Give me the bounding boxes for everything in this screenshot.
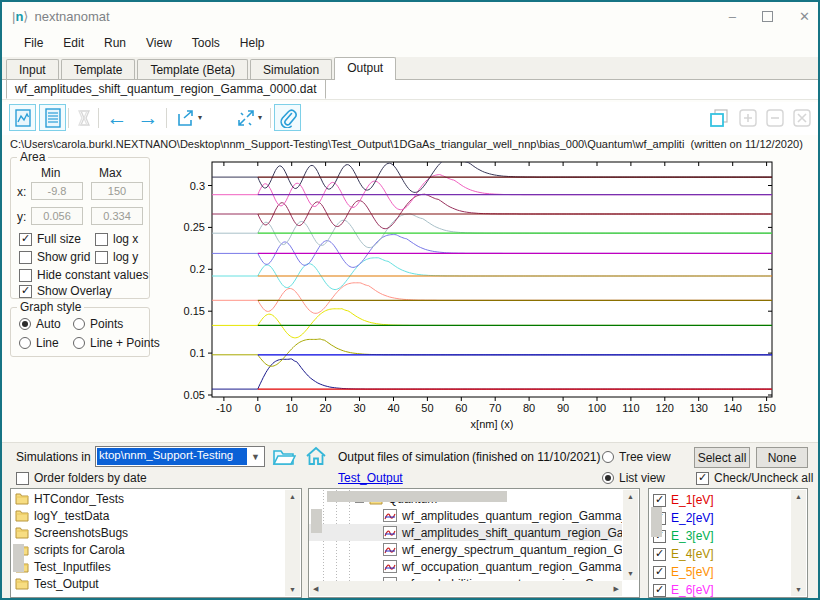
checkbox-icon	[653, 494, 666, 507]
fit-zoom-icon	[236, 108, 256, 128]
forward-button[interactable]: →	[133, 104, 163, 131]
data-file-icon	[383, 526, 397, 539]
simulations-folder-combo[interactable]: ktop\nnm_Support-Testing ▼	[95, 446, 265, 467]
energy-curve-item[interactable]: E_6[eV]	[649, 581, 790, 598]
menu-edit[interactable]: Edit	[53, 33, 94, 53]
table-view-icon	[44, 108, 62, 128]
select-all-button[interactable]: Select all	[694, 447, 750, 468]
attach-button[interactable]	[274, 104, 301, 131]
scrollbar-thumb[interactable]	[327, 491, 507, 502]
breadcrumb-test-output-link[interactable]: Test_Output	[338, 471, 403, 485]
overlay-button	[71, 104, 98, 131]
scrollbar-thumb[interactable]	[13, 544, 24, 572]
folder-item[interactable]: HTCondor_Tests	[11, 490, 284, 507]
tree-view-radio[interactable]: Tree view	[602, 450, 671, 464]
show-overlay-checkbox[interactable]: Show Overlay	[19, 284, 112, 298]
folder-list-scrollbar[interactable]: ▲▼	[285, 490, 300, 596]
energy-curve-item[interactable]: E_3[eV]	[649, 527, 790, 545]
file-name: wf_amplitudes_shift_quantum_region_Gamma…	[402, 526, 622, 540]
checkbox-icon	[653, 548, 666, 561]
energy-curve-item[interactable]: E_2[eV]	[649, 509, 790, 527]
overlay-icon	[75, 108, 95, 128]
toolbar: ← → ▾ ▾	[2, 102, 818, 135]
folder-item[interactable]: logY_testData	[11, 507, 284, 524]
style-points-radio[interactable]: Points	[73, 317, 123, 331]
browse-folder-button[interactable]	[272, 446, 296, 470]
style-auto-radio[interactable]: Auto	[19, 317, 61, 331]
menu-view[interactable]: View	[136, 33, 182, 53]
menu-help[interactable]: Help	[230, 33, 275, 53]
svg-text:0.2: 0.2	[190, 263, 205, 275]
tree-file-item[interactable]: wf_amplitudes_shift_quantum_region_Gamma…	[309, 524, 622, 541]
new-window-icon	[709, 108, 729, 128]
style-line-radio[interactable]: Line	[19, 336, 59, 350]
scroll-up-icon: ▲	[792, 490, 805, 503]
energy-curve-item[interactable]: E_4[eV]	[649, 545, 790, 563]
checkbox-icon	[19, 285, 32, 298]
y-min-field[interactable]	[31, 207, 83, 225]
menu-tools[interactable]: Tools	[182, 33, 230, 53]
log-x-checkbox[interactable]: log x	[95, 232, 138, 246]
order-folders-checkbox[interactable]: Order folders by date	[16, 471, 147, 485]
tab-template-beta[interactable]: Template (Beta)	[137, 59, 248, 79]
new-window-button[interactable]	[705, 104, 732, 131]
x-min-field[interactable]	[31, 182, 83, 200]
table-view-button[interactable]	[39, 104, 66, 131]
tab-template[interactable]: Template	[61, 59, 136, 79]
y-axis-label: y:	[17, 210, 26, 224]
energy-curve-item[interactable]: E_5[eV]	[649, 563, 790, 581]
fit-zoom-button[interactable]: ▾	[230, 104, 268, 131]
tree-file-item[interactable]: wf_amplitudes_quantum_region_Gamma_0000.…	[309, 507, 622, 524]
menu-run[interactable]: Run	[94, 33, 136, 53]
max-column-header: Max	[99, 166, 122, 180]
svg-text:80: 80	[523, 402, 535, 414]
radio-icon	[19, 337, 31, 349]
energy-label: E_6[eV]	[671, 583, 714, 597]
folder-item[interactable]: ScreenshotsBugs	[11, 524, 284, 541]
svg-text:140: 140	[724, 402, 742, 414]
y-max-field[interactable]	[91, 207, 143, 225]
folder-item[interactable]: scripts for Carola	[11, 541, 284, 558]
minimize-button[interactable]: –	[729, 9, 736, 24]
graph-view-button[interactable]	[9, 104, 36, 131]
tab-simulation[interactable]: Simulation	[250, 59, 332, 79]
close-graph-icon	[792, 108, 812, 128]
output-files-label: Output files of simulation	[338, 450, 469, 464]
tree-file-item[interactable]: wf_occupation_quantum_region_Gamma.dat	[309, 558, 622, 575]
tab-output[interactable]: Output	[334, 57, 396, 80]
tree-horizontal-scrollbar[interactable]: ◀▶	[310, 581, 622, 596]
chevron-down-icon[interactable]: ▼	[247, 452, 264, 462]
full-size-checkbox[interactable]: Full size	[19, 232, 81, 246]
show-grid-checkbox[interactable]: Show grid	[19, 250, 90, 264]
folder-item[interactable]: Test_Inputfiles	[11, 558, 284, 575]
close-button[interactable]: ✕	[799, 9, 810, 24]
style-line-points-radio[interactable]: Line + Points	[73, 336, 160, 350]
svg-text:x[nm] (x): x[nm] (x)	[471, 418, 514, 430]
scroll-up-icon: ▲	[624, 490, 637, 503]
wavefunction-chart[interactable]: -100102030405060708090100110120130140150…	[152, 152, 812, 444]
simulations-in-label: Simulations in	[16, 450, 91, 464]
tree-vertical-scrollbar[interactable]: ▲▼	[623, 490, 638, 580]
hide-constant-values-checkbox[interactable]: Hide constant values	[19, 268, 148, 282]
list-view-radio[interactable]: List view	[602, 471, 665, 485]
check-uncheck-all-checkbox[interactable]: Check/Uncheck all	[696, 471, 813, 485]
attach-icon	[278, 108, 298, 128]
home-button[interactable]	[305, 446, 327, 470]
folder-name: Test_Output	[34, 577, 99, 591]
scrollbar-thumb[interactable]	[311, 509, 322, 533]
tree-file-item[interactable]: wf_energy_spectrum_quantum_region_Gamma.…	[309, 541, 622, 558]
menu-file[interactable]: File	[14, 33, 53, 53]
maximize-button[interactable]	[762, 11, 773, 22]
energy-list-scrollbar[interactable]: ▲▼	[791, 490, 806, 596]
file-tab[interactable]: wf_amplitudes_shift_quantum_region_Gamma…	[6, 79, 326, 99]
energy-curve-item[interactable]: E_1[eV]	[649, 491, 790, 509]
scrollbar-thumb[interactable]	[651, 507, 662, 537]
log-y-checkbox[interactable]: log y	[95, 250, 138, 264]
back-button[interactable]: ←	[102, 104, 132, 131]
export-button[interactable]: ▾	[170, 104, 208, 131]
tab-input[interactable]: Input	[6, 59, 59, 79]
x-max-field[interactable]	[91, 182, 143, 200]
checkbox-icon	[95, 251, 108, 264]
folder-item[interactable]: Test_Output	[11, 575, 284, 592]
none-button[interactable]: None	[756, 447, 808, 468]
